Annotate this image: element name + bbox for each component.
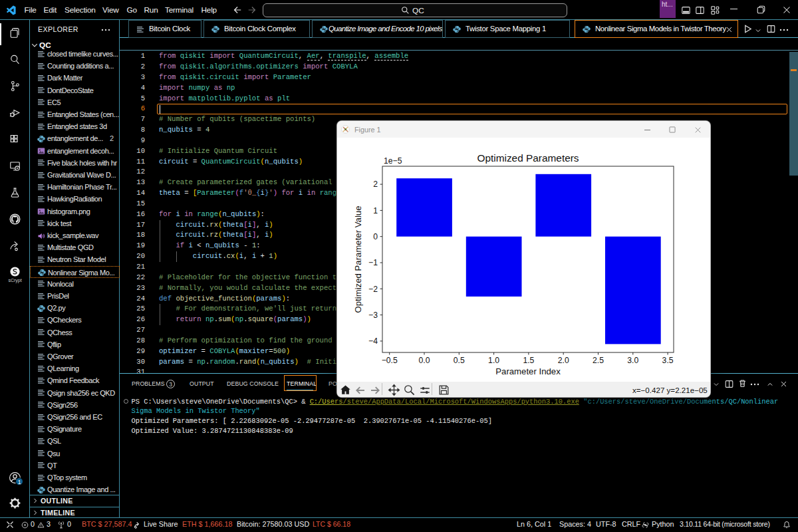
svg-text:1: 1 [373,206,378,215]
svg-text:Parameter Index: Parameter Index [495,366,561,376]
svg-text:3.0: 3.0 [627,356,638,365]
svg-text:−3: −3 [368,311,378,320]
svg-text:Optimized Parameter Value: Optimized Parameter Value [353,205,363,313]
svg-text:3.5: 3.5 [662,356,674,365]
svg-text:−4: −4 [368,336,378,346]
svg-text:2.0: 2.0 [558,356,569,365]
svg-text:1.0: 1.0 [488,356,499,365]
svg-text:−0.5: −0.5 [382,356,398,365]
svg-text:1.5: 1.5 [523,356,534,365]
svg-text:−2: −2 [368,285,378,294]
svg-text:0.5: 0.5 [454,356,465,365]
svg-text:0.0: 0.0 [419,356,430,365]
svg-text:−1: −1 [368,258,378,267]
svg-text:0: 0 [373,232,378,241]
svg-text:2.5: 2.5 [593,356,604,365]
svg-text:2: 2 [373,180,378,189]
svg-text:Optimized Parameters: Optimized Parameters [477,152,579,164]
svg-text:1e−5: 1e−5 [384,156,402,166]
